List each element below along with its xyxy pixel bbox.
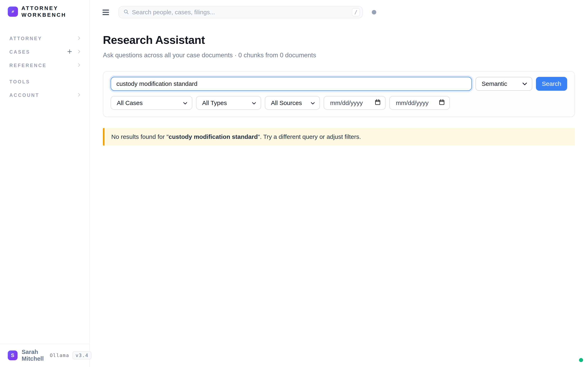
app-title-line2: WORKBENCH [21, 12, 66, 18]
case-filter-value: All Cases [117, 100, 143, 106]
search-icon [123, 9, 129, 16]
source-filter-value: All Sources [271, 100, 302, 106]
date-to-input[interactable]: mm/dd/yyyy [389, 96, 450, 110]
sidebar-item-account[interactable]: ACCOUNT [0, 89, 89, 102]
no-results-suffix: ". Try a different query or adjust filte… [258, 133, 361, 140]
slash-shortcut-label: / [355, 9, 357, 15]
slash-shortcut-hint: / [352, 8, 360, 16]
compass-icon [8, 7, 18, 17]
sidebar-item-label: ATTORNEY [9, 36, 42, 42]
no-results-text: No results found for "custody modificati… [111, 133, 361, 140]
plus-icon[interactable] [67, 49, 72, 55]
avatar: S [8, 350, 17, 360]
version-badge: v3.4 [72, 351, 91, 359]
search-mode-value: Semantic [482, 80, 507, 87]
sidebar-item-reference[interactable]: REFERENCE [0, 59, 89, 72]
no-results-prefix: No results found for " [111, 133, 169, 140]
date-from-input[interactable]: mm/dd/yyyy [324, 96, 386, 110]
page-subtitle: Ask questions across all your case docum… [103, 52, 575, 59]
sidebar-item-label: REFERENCE [9, 63, 47, 68]
engine-label: Ollama [50, 353, 69, 358]
app-title-line1: ATTORNEY [21, 5, 66, 12]
chevron-right-icon [76, 92, 82, 98]
calendar-icon[interactable] [439, 99, 445, 107]
page-content: Research Assistant Ask questions across … [90, 33, 588, 146]
avatar-initial: S [11, 352, 14, 358]
search-mode-select[interactable]: Semantic [476, 77, 532, 91]
date-from-placeholder: mm/dd/yyyy [330, 100, 363, 106]
connection-status-dot [579, 358, 583, 362]
calendar-icon[interactable] [375, 99, 381, 107]
global-search-input[interactable] [132, 9, 352, 16]
sidebar: ATTORNEY WORKBENCH ATTORNEY CASES REFERE… [0, 0, 90, 367]
global-search-field[interactable]: / [118, 6, 363, 18]
sidebar-nav: ATTORNEY CASES REFERENCE TOOLS [0, 32, 89, 102]
filters-row: All Cases All Types All Sources [111, 96, 567, 110]
case-filter-select[interactable]: All Cases [111, 96, 192, 110]
sidebar-item-label: TOOLS [9, 79, 30, 85]
sidebar-item-label: CASES [9, 49, 30, 55]
chevron-right-icon [76, 62, 82, 68]
type-filter-select[interactable]: All Types [196, 96, 261, 110]
sidebar-item-label: ACCOUNT [9, 92, 39, 98]
user-name: Sarah Mitchell [22, 349, 44, 362]
sidebar-item-cases[interactable]: CASES [0, 45, 89, 59]
app-title: ATTORNEY WORKBENCH [21, 5, 66, 18]
hamburger-menu-icon[interactable] [103, 9, 109, 15]
query-input[interactable] [111, 77, 472, 91]
no-results-query: custody modification standard [169, 133, 258, 140]
presence-indicator-dot [372, 10, 376, 15]
type-filter-value: All Types [202, 100, 227, 106]
query-row: Semantic Search [111, 77, 567, 91]
research-search-panel: Semantic Search All Cases All Types [103, 71, 575, 117]
sidebar-item-attorney[interactable]: ATTORNEY [0, 32, 89, 45]
chevron-down-icon [252, 100, 256, 106]
chevron-down-icon [183, 100, 187, 106]
no-results-banner: No results found for "custody modificati… [103, 128, 575, 146]
user-profile-row[interactable]: S Sarah Mitchell Ollama v3.4 [0, 344, 89, 367]
date-to-placeholder: mm/dd/yyyy [396, 100, 429, 106]
page-title: Research Assistant [103, 33, 575, 47]
chevron-down-icon [522, 80, 527, 87]
search-button[interactable]: Search [536, 77, 567, 91]
chevron-right-icon [76, 49, 82, 55]
main-area: / Research Assistant Ask questions acros… [90, 0, 588, 146]
sidebar-item-tools[interactable]: TOOLS [0, 75, 89, 89]
app-logo: ATTORNEY WORKBENCH [8, 5, 89, 18]
source-filter-select[interactable]: All Sources [265, 96, 320, 110]
topbar: / [90, 0, 588, 21]
chevron-down-icon [311, 100, 315, 106]
chevron-right-icon [76, 35, 82, 42]
